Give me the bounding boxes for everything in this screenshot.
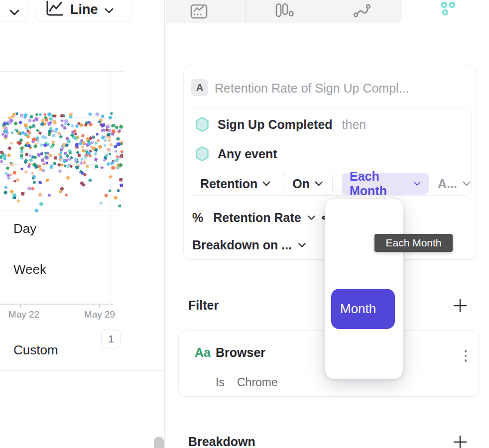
- tab-bar-chart[interactable]: [245, 0, 323, 23]
- flow-squiggle-icon: [353, 3, 371, 19]
- filter-section-heading: Filter: [188, 298, 219, 313]
- breakdown-on-label: Breakdown on ...: [192, 238, 292, 252]
- chevron-down-icon: [9, 9, 20, 16]
- plus-icon: [452, 298, 468, 314]
- add-breakdown-button[interactable]: [451, 433, 469, 448]
- filter-value[interactable]: Chrome: [237, 376, 278, 389]
- chevron-down-icon: [307, 215, 316, 221]
- property-type-icon: Aa: [195, 345, 211, 360]
- interval-label: Each Month: [350, 169, 408, 198]
- line-chart-icon: [44, 0, 64, 18]
- truncated-label: A...: [438, 177, 457, 191]
- chevron-down-icon: [104, 7, 114, 14]
- x-axis-line: [0, 304, 114, 305]
- line-chart-panel-icon: [190, 3, 209, 19]
- each-month-tooltip: Each Month: [374, 234, 453, 252]
- measure-dropdown[interactable]: Retention Rate: [213, 211, 301, 225]
- chevron-down-icon: [314, 181, 323, 187]
- breakdown-on-dropdown[interactable]: Breakdown on ...: [192, 238, 306, 252]
- pagination-button-1[interactable]: 1: [101, 330, 121, 348]
- retention-type-label: Retention: [200, 177, 257, 191]
- filter-property-name[interactable]: Browser: [216, 345, 265, 360]
- plus-icon: [452, 434, 468, 448]
- app-window: Line May 22 May 29 1: [0, 0, 489, 448]
- menu-item-week[interactable]: Week: [13, 262, 46, 277]
- event-name: Sign Up Completed: [218, 117, 333, 132]
- measure-row: % Retention Rate <: [192, 211, 329, 225]
- event-hexagon-icon: [195, 116, 209, 132]
- tab-line-chart[interactable]: [166, 0, 245, 23]
- collapsed-dropdown-button[interactable]: [0, 0, 28, 21]
- x-axis-tick: [20, 304, 21, 308]
- retention-type-dropdown[interactable]: Retention: [195, 177, 276, 191]
- panel-split-border: [164, 0, 165, 448]
- tab-flow[interactable]: [323, 0, 402, 23]
- menu-item-custom[interactable]: Custom: [13, 342, 58, 358]
- vertical-scrollbar-thumb[interactable]: [154, 437, 164, 448]
- x-axis-label-may-29: May 29: [79, 309, 121, 320]
- chevron-down-icon: [262, 181, 271, 187]
- metric-title[interactable]: Retention Rate of Sign Up Compl...: [215, 81, 409, 96]
- filter-kebab-menu-button[interactable]: [457, 344, 475, 368]
- breakdown-section-heading: Breakdown: [188, 435, 255, 448]
- x-axis-tick: [99, 304, 100, 308]
- retention-dots-icon: [438, 0, 456, 16]
- filter-operator[interactable]: Is: [216, 376, 225, 389]
- event-steps-card: Sign Up Completed then Any event Retenti…: [189, 108, 472, 196]
- on-dropdown-button[interactable]: On: [283, 172, 333, 196]
- chart-type-label: Line: [70, 2, 98, 17]
- percent-symbol: %: [192, 211, 203, 225]
- event-row-any-event[interactable]: Any event: [195, 146, 277, 162]
- truncated-dropdown[interactable]: A...: [438, 177, 471, 191]
- event-hexagon-icon: [195, 146, 209, 162]
- menu-item-day[interactable]: Day: [13, 221, 36, 236]
- add-filter-button[interactable]: [451, 297, 469, 315]
- event-row-sign-up-completed[interactable]: Sign Up Completed then: [195, 116, 366, 132]
- menu-item-month-selected[interactable]: Month: [331, 289, 395, 329]
- chevron-down-icon: [413, 181, 421, 187]
- x-axis-label-may-22: May 22: [3, 309, 45, 320]
- on-label: On: [292, 177, 310, 191]
- chevron-down-icon: [298, 242, 306, 248]
- event-suffix: then: [342, 117, 367, 132]
- left-panel-divider: [0, 370, 165, 371]
- retention-controls-row: Retention On Each Month A...: [195, 172, 471, 196]
- bar-chart-icon: [275, 3, 294, 18]
- metric-badge-a: A: [191, 79, 208, 96]
- chart-type-dropdown-button[interactable]: Line: [35, 0, 132, 21]
- tab-retention-active[interactable]: [402, 0, 489, 23]
- chevron-down-icon: [462, 181, 471, 187]
- interval-dropdown-chip[interactable]: Each Month: [342, 173, 429, 195]
- event-name: Any event: [218, 147, 277, 161]
